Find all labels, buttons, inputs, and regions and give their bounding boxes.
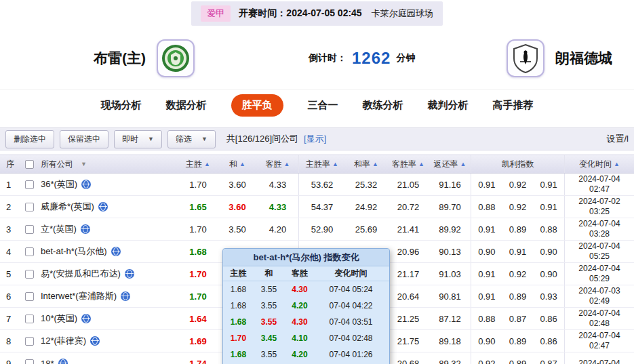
row-check-cell [19,241,39,262]
company-filter-icon[interactable]: ▼ [81,161,87,167]
tab-coach-analysis[interactable]: 教练分析 [363,99,403,112]
popup-change-time: 07-04 04:22 [315,301,387,310]
tab-referee-analysis[interactable]: 裁判分析 [428,99,469,112]
kelly-home: 0.91 [478,180,495,190]
kelly-away: 0.86 [540,336,557,346]
delete-selected-button[interactable]: 删除选中 [5,130,54,148]
popup-row: 1.68 3.55 4.30 07-04 05:24 [223,281,389,298]
row-company-cell: 威廉希*(英国) [39,196,178,218]
away-rate: 21.25 [387,308,429,329]
tab-data-analysis[interactable]: 数据分析 [166,99,207,112]
header-home-rate[interactable]: 主胜率▲ [299,155,345,173]
company-name[interactable]: 立*(英国) [41,223,77,235]
select-all-checkbox[interactable] [25,160,34,169]
home-odds: 1.70 [178,285,218,307]
header-draw-odds[interactable]: 和▲ [218,155,257,173]
home-odds: 1.69 [178,330,218,352]
globe-icon[interactable] [98,202,108,211]
header-company[interactable]: 所有公司▼ [39,155,178,173]
row-checkbox[interactable] [25,270,34,279]
row-checkbox[interactable] [25,203,34,211]
header-home-odds[interactable]: 主胜▲ [178,155,218,173]
show-link[interactable]: [显示] [304,133,326,145]
kelly-draw: 0.92 [509,202,526,212]
kelly-away: 0.87 [540,359,557,364]
popup-away-odds: 4.10 [284,333,315,343]
popup-draw-odds: 3.55 [254,285,284,294]
row-check-cell [19,174,39,195]
row-check-cell [19,352,39,364]
company-name[interactable]: Interwet*(塞浦路斯) [41,290,117,302]
row-checkbox[interactable] [25,337,34,346]
table-header: 序 所有公司▼ 主胜▲ 和▲ 客胜▲ 主胜率▲ 和率▲ 客胜率▲ 返还率▲ 凯利… [0,155,634,174]
tab-win-draw-lose[interactable]: 胜平负 [231,94,283,117]
tab-live-analysis[interactable]: 现场分析 [101,99,142,112]
kelly-draw: 0.89 [509,336,526,346]
company-name[interactable]: 36*(英国) [41,178,77,190]
globe-icon[interactable] [81,224,90,234]
row-company-cell: 易*(安提瓜和巴布达) [39,263,178,285]
row-checkbox[interactable] [25,359,34,364]
company-name[interactable]: 10*(英国) [41,312,77,325]
return-rate: 89.32 [429,352,471,364]
company-name[interactable]: 12*(菲律宾) [41,335,86,347]
settings-link[interactable]: 设置/l [607,133,629,145]
row-checkbox[interactable] [25,225,34,234]
away-team-name: 朗福德城 [555,49,612,68]
row-checkbox[interactable] [25,292,34,301]
row-seq: 3 [0,218,19,240]
globe-icon[interactable] [58,359,68,364]
header-away-odds[interactable]: 客胜▲ [257,155,299,173]
popup-change-time: 07-04 03:51 [315,317,387,327]
instant-dropdown[interactable]: 即时▼ [114,130,162,148]
kelly-home: 0.88 [478,314,495,324]
tab-three-in-one[interactable]: 三合一 [308,99,338,112]
home-team-logo [157,39,195,77]
home-odds: 1.70 [178,218,218,240]
draw-odds: 3.50 [218,218,257,240]
kelly-draw: 0.89 [509,359,526,364]
globe-icon[interactable] [90,336,100,346]
company-name[interactable]: 18* [41,359,54,364]
header-company-label: 所有公司 [41,159,73,170]
row-checkbox[interactable] [25,247,34,256]
header-draw-rate[interactable]: 和率▲ [345,155,387,173]
league-badge: 爱甲 [201,5,231,22]
kickoff-time: 开赛时间：2024-07-05 02:45 [239,7,361,20]
filter-dropdown[interactable]: 筛选▼ [167,130,216,148]
sort-asc-icon: ▲ [239,161,245,167]
away-rate: 20.72 [387,196,429,218]
globe-icon[interactable] [81,180,91,189]
row-checkbox[interactable] [25,180,34,189]
change-time: 02:48 [589,319,610,329]
table-row: 1 36*(英国) 1.70 3.60 4.33 53.62 25.32 21.… [0,174,634,196]
home-crest-icon [161,43,191,73]
header-return-rate-label: 返还率 [434,159,458,170]
header-change-time[interactable]: 变化时间▲ [565,155,634,173]
popup-change-time: 07-04 01:26 [315,350,387,359]
change-time: 03:28 [589,229,610,239]
header-away-rate[interactable]: 客胜率▲ [387,155,429,173]
draw-rate: 25.69 [345,218,387,240]
globe-icon[interactable] [111,247,121,256]
company-count-text: 共[126/126]间公司 [226,133,298,145]
globe-icon[interactable] [81,314,91,323]
row-checkbox[interactable] [25,315,34,323]
popup-draw-odds: 3.45 [254,333,284,343]
globe-icon[interactable] [121,291,130,301]
home-odds: 1.74 [178,352,218,364]
top-bar: 爱甲 开赛时间：2024-07-05 02:45 卡莱尔庭园球场 [0,0,634,27]
popup-header-home: 主胜 [223,268,254,279]
header-return-rate[interactable]: 返还率▲ [429,155,471,173]
company-name[interactable]: 威廉希*(英国) [41,201,94,213]
away-team: 朗福德城 [507,39,612,77]
row-check-cell [19,218,39,240]
company-name[interactable]: 易*(安提瓜和巴布达) [41,268,121,280]
kelly-away: 0.93 [540,291,557,302]
company-name[interactable]: bet-at-h*(马尔他) [41,245,107,258]
popup-home-odds: 1.68 [223,301,254,310]
globe-icon[interactable] [125,269,134,279]
home-odds: 1.70 [178,263,218,285]
tab-expert-picks[interactable]: 高手推荐 [493,99,534,112]
keep-selected-button[interactable]: 保留选中 [60,130,108,148]
